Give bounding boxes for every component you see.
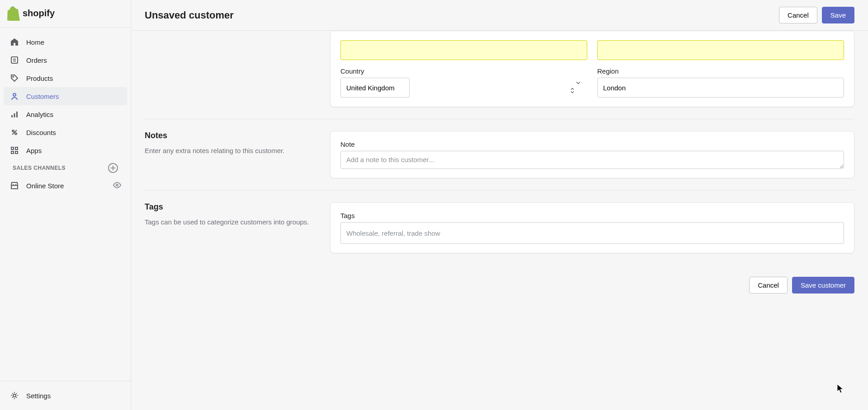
sidebar-footer: Settings [0, 381, 131, 410]
svg-rect-1 [11, 57, 18, 63]
apps-icon [9, 145, 20, 156]
store-icon [9, 180, 20, 191]
sidebar-item-label: Discounts [26, 129, 56, 136]
svg-rect-5 [14, 113, 15, 117]
sidebar-item-home[interactable]: Home [4, 33, 127, 51]
country-label: Country [340, 67, 587, 75]
sidebar-item-customers[interactable]: Customers [4, 87, 127, 105]
tags-description: Tags can be used to categorize customers… [145, 217, 312, 228]
svg-point-15 [13, 394, 16, 397]
sidebar-item-label: Home [26, 38, 44, 46]
save-customer-button[interactable]: Save customer [792, 277, 854, 294]
main: Unsaved customer Cancel Save [131, 0, 868, 410]
address-field-2[interactable] [597, 40, 844, 60]
country-select[interactable]: United Kingdom [340, 78, 410, 98]
notes-heading: Notes [145, 131, 312, 140]
sidebar-item-products[interactable]: Products [4, 69, 127, 87]
page-title: Unsaved customer [145, 9, 234, 21]
footer-actions: Cancel Save customer [145, 265, 854, 294]
svg-line-9 [12, 130, 17, 135]
products-icon [9, 73, 20, 84]
footer-cancel-button[interactable]: Cancel [749, 277, 788, 294]
svg-rect-4 [11, 115, 13, 117]
main-nav: Home Orders Products Customers [0, 28, 131, 381]
svg-rect-12 [11, 151, 14, 154]
sidebar-item-online-store[interactable]: Online Store [4, 177, 127, 195]
svg-point-8 [15, 133, 17, 135]
logo-area: shopify [0, 0, 131, 28]
svg-point-14 [116, 184, 118, 186]
sidebar-item-discounts[interactable]: Discounts [4, 123, 127, 141]
address-card: Country United Kingdom [330, 31, 854, 107]
svg-rect-6 [16, 112, 18, 117]
svg-text:shopify: shopify [23, 8, 55, 18]
sidebar-item-orders[interactable]: Orders [4, 51, 127, 69]
content: Country United Kingdom [131, 31, 868, 410]
gear-icon [9, 390, 20, 401]
sidebar-item-settings[interactable]: Settings [4, 387, 127, 405]
notes-section: Notes Enter any extra notes relating to … [145, 119, 854, 190]
topbar: Unsaved customer Cancel Save [131, 0, 868, 31]
analytics-icon [9, 109, 20, 120]
sidebar-item-label: Online Store [26, 182, 64, 190]
sales-channels-header: SALES CHANNELS [4, 159, 127, 177]
sidebar-item-label: Settings [26, 392, 51, 400]
cancel-button[interactable]: Cancel [779, 7, 817, 23]
note-input[interactable] [340, 151, 844, 169]
home-icon [9, 37, 20, 47]
region-input[interactable] [597, 78, 844, 98]
customers-icon [9, 91, 20, 102]
plus-icon [110, 165, 116, 171]
sales-channels-label: SALES CHANNELS [13, 165, 66, 171]
note-label: Note [340, 140, 844, 148]
svg-point-3 [13, 93, 16, 96]
shopify-wordmark-icon: shopify [23, 7, 67, 20]
notes-card: Note [330, 131, 854, 178]
sidebar-item-label: Analytics [26, 111, 53, 118]
sidebar-item-label: Products [26, 75, 53, 82]
save-button[interactable]: Save [822, 7, 854, 23]
tags-input[interactable] [340, 222, 844, 244]
chevron-down-icon [576, 80, 582, 95]
sidebar-item-label: Customers [26, 93, 59, 100]
orders-icon [9, 55, 20, 65]
notes-description: Enter any extra notes relating to this c… [145, 146, 312, 156]
address-field-1[interactable] [340, 40, 587, 60]
view-store-icon[interactable] [113, 181, 122, 191]
tags-card: Tags [330, 202, 854, 253]
tags-section: Tags Tags can be used to categorize cust… [145, 191, 854, 265]
topbar-actions: Cancel Save [779, 7, 854, 23]
svg-point-2 [13, 76, 14, 77]
sidebar-item-apps[interactable]: Apps [4, 141, 127, 159]
svg-rect-13 [15, 151, 18, 154]
svg-rect-10 [11, 147, 14, 149]
region-label: Region [597, 67, 844, 75]
sidebar-item-label: Apps [26, 147, 42, 154]
svg-rect-11 [15, 147, 18, 149]
add-channel-button[interactable] [108, 163, 118, 173]
tags-heading: Tags [145, 202, 312, 212]
shopify-logo[interactable]: shopify [7, 6, 123, 21]
sidebar-item-analytics[interactable]: Analytics [4, 105, 127, 123]
address-section: Country United Kingdom [145, 31, 854, 119]
sidebar-item-label: Orders [26, 56, 47, 64]
discounts-icon [9, 127, 20, 138]
sidebar: shopify Home Orders Products [0, 0, 131, 410]
svg-point-7 [12, 130, 14, 132]
shopify-bag-icon [7, 6, 20, 21]
tags-label: Tags [340, 212, 844, 219]
